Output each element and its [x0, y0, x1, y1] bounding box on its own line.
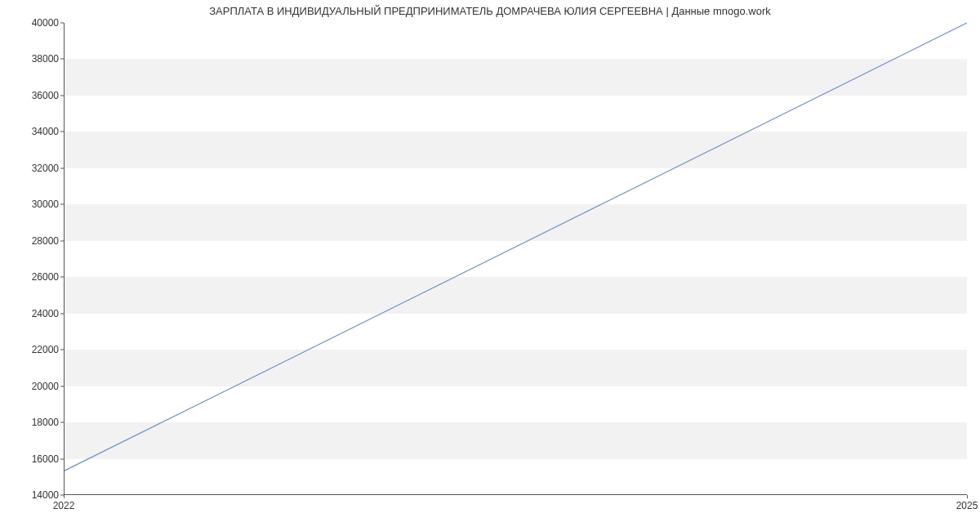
- y-tick-mark: [60, 422, 64, 423]
- y-tick-label: 28000: [10, 235, 59, 247]
- y-tick-label: 34000: [10, 126, 59, 137]
- y-tick-label: 14000: [10, 489, 59, 501]
- y-tick-label: 38000: [10, 53, 59, 65]
- y-tick-label: 26000: [10, 271, 59, 283]
- y-tick-mark: [60, 167, 64, 168]
- x-tick-label: 2022: [53, 500, 75, 511]
- x-tick-label: 2025: [956, 500, 978, 511]
- y-tick-label: 36000: [10, 90, 59, 101]
- y-tick-mark: [60, 240, 64, 241]
- y-tick-label: 18000: [10, 417, 59, 428]
- y-tick-mark: [60, 95, 64, 96]
- x-tick-mark: [967, 495, 968, 498]
- y-tick-label: 16000: [10, 453, 59, 465]
- y-tick-mark: [60, 386, 64, 386]
- y-tick-label: 22000: [10, 344, 59, 355]
- line-layer: [65, 23, 967, 494]
- chart-container: ЗАРПЛАТА В ИНДИВИДУАЛЬНЫЙ ПРЕДПРИНИМАТЕЛ…: [0, 0, 980, 531]
- chart-title: ЗАРПЛАТА В ИНДИВИДУАЛЬНЫЙ ПРЕДПРИНИМАТЕЛ…: [0, 5, 980, 17]
- plot-area: [64, 23, 967, 495]
- y-tick-mark: [60, 458, 64, 459]
- y-tick-mark: [60, 132, 64, 132]
- y-tick-mark: [60, 59, 64, 60]
- x-tick-mark: [64, 495, 65, 498]
- y-tick-mark: [60, 23, 64, 24]
- y-tick-label: 30000: [10, 199, 59, 210]
- series-line: [65, 23, 967, 471]
- y-tick-mark: [60, 277, 64, 278]
- y-tick-mark: [60, 313, 64, 314]
- y-tick-label: 24000: [10, 308, 59, 319]
- y-tick-mark: [60, 350, 64, 350]
- y-tick-label: 32000: [10, 163, 59, 174]
- y-tick-label: 20000: [10, 381, 59, 392]
- y-tick-mark: [60, 204, 64, 205]
- y-tick-label: 40000: [10, 17, 59, 29]
